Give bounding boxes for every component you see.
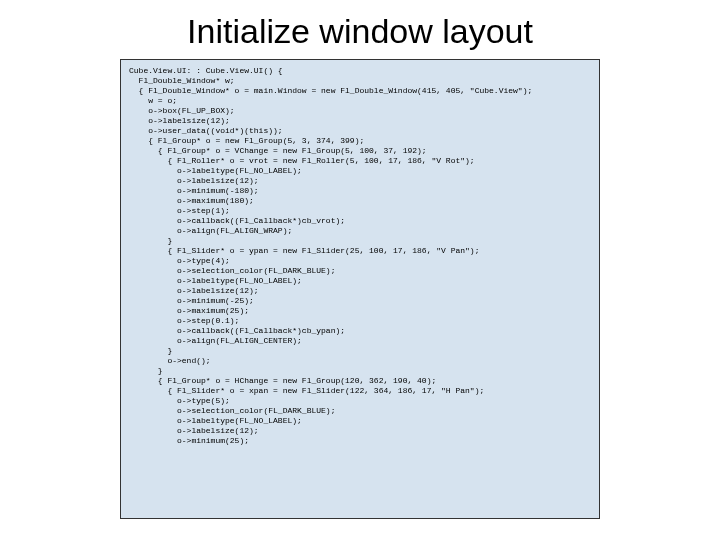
code-block: Cube.View.UI: : Cube.View.UI() { Fl_Doub…	[120, 59, 600, 519]
slide-title: Initialize window layout	[30, 0, 690, 59]
slide-container: Initialize window layout Cube.View.UI: :…	[0, 0, 720, 540]
